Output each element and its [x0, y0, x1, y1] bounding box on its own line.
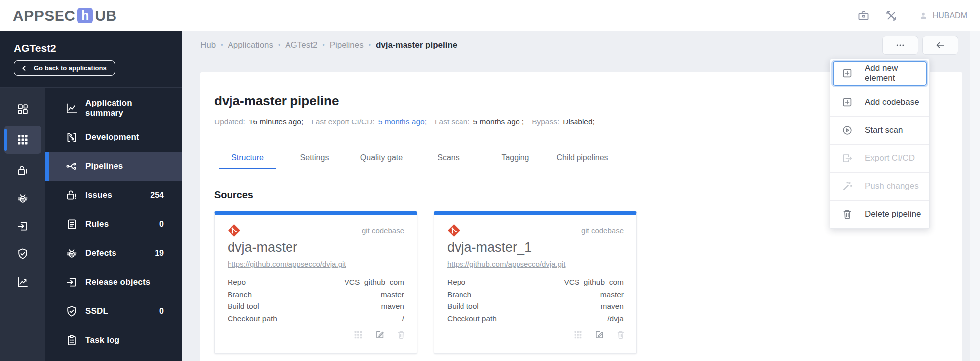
tab-structure[interactable]: Structure — [214, 153, 281, 169]
field-checkout-path: Checkout path /dvja — [447, 313, 624, 325]
tab-quality-gate[interactable]: Quality gate — [348, 153, 415, 169]
rail-chart-decline-icon[interactable] — [4, 268, 41, 296]
codebase-url-link[interactable]: https://github.com/appsecco/dvja.git — [447, 259, 565, 269]
rail-grid-icon[interactable] — [4, 126, 41, 154]
codebase-url-link[interactable]: https://github.com/appsecco/dvja.git — [228, 259, 346, 269]
shield-check-icon — [65, 305, 78, 318]
codebase-card-dvja-master: git codebase dvja-master https://github.… — [214, 211, 417, 354]
pipeline-actions-menu: Add new element Add codebase Start scan … — [830, 59, 930, 229]
rules-count-badge: 0 — [159, 220, 164, 229]
line-chart-icon — [65, 102, 78, 115]
menu-item-add-codebase[interactable]: Add codebase — [830, 88, 929, 117]
card-actions — [353, 329, 406, 340]
play-circle-icon — [841, 124, 853, 136]
card-actions — [573, 329, 626, 340]
breadcrumb-applications[interactable]: Applications — [228, 40, 273, 50]
sources-cards: git codebase dvja-master https://github.… — [214, 211, 942, 354]
more-actions-button[interactable] — [882, 36, 918, 55]
meta-updated: Updated: 16 minutes ago; — [214, 117, 303, 127]
chevron-left-icon — [21, 65, 28, 72]
tab-scans[interactable]: Scans — [415, 153, 482, 169]
header-actions: HUBADM — [857, 9, 967, 22]
codebase-fields: Repo VCS_github_com Branch master Build … — [228, 276, 404, 325]
logo-text-post: UB — [95, 7, 116, 24]
lock-alert-icon — [65, 189, 78, 202]
sidebar-item-application-summary[interactable]: Application summary — [45, 94, 182, 123]
trash-icon — [841, 208, 853, 220]
breadcrumb-separator: • — [221, 42, 223, 49]
codebase-type-label: git codebase — [362, 226, 404, 235]
field-build-tool: Build tool maven — [447, 301, 624, 313]
sidebar-item-task-log[interactable]: Task log — [45, 326, 182, 355]
bug-icon — [65, 247, 78, 260]
field-branch: Branch master — [228, 289, 404, 301]
trash-icon — [616, 330, 626, 340]
rail-bug-icon[interactable] — [4, 184, 41, 212]
breadcrumb-agtest2[interactable]: AGTest2 — [285, 40, 317, 50]
export-icon — [841, 152, 853, 164]
magic-wand-icon — [841, 180, 853, 192]
top-header: APPSEC h UB HUBADM — [0, 0, 980, 31]
field-repo: Repo VCS_github_com — [447, 276, 624, 289]
focused-menu-item-wrapper: Add new element — [833, 61, 927, 86]
username: HUBADM — [933, 11, 967, 20]
field-build-tool: Build tool maven — [228, 301, 404, 313]
plus-square-icon — [841, 67, 853, 79]
plus-square-icon — [841, 96, 853, 108]
issues-count-badge: 254 — [150, 191, 164, 200]
back-button[interactable] — [922, 36, 958, 55]
rail-lock-alert-icon[interactable] — [4, 157, 41, 184]
edit-icon[interactable] — [594, 329, 605, 340]
git-icon — [228, 224, 241, 237]
tab-settings[interactable]: Settings — [281, 153, 348, 169]
sidebar-item-rules[interactable]: Rules 0 — [45, 210, 182, 239]
scrollbar-track[interactable] — [970, 31, 980, 361]
breadcrumb-current: dvja-master pipeline — [376, 40, 457, 50]
codebase-title: dvja-master_1 — [447, 240, 624, 255]
rail-shield-check-icon[interactable] — [4, 240, 41, 268]
tab-child-pipelines[interactable]: Child pipelines — [549, 153, 616, 169]
menu-item-delete-pipeline[interactable]: Delete pipeline — [830, 200, 929, 229]
arrow-left-icon — [935, 40, 946, 51]
sidebar-item-defects[interactable]: Defects 19 — [45, 239, 182, 268]
sidebar-item-pipelines[interactable]: Pipelines — [45, 152, 182, 181]
breadcrumb-bar: Hub • Applications • AGTest2 • Pipelines… — [182, 31, 980, 59]
briefcase-icon[interactable] — [857, 9, 870, 22]
sidebar-app-header: AGTest2 Go back to applications — [0, 31, 182, 88]
menu-item-start-scan[interactable]: Start scan — [830, 116, 929, 144]
logo-text-pre: APPSEC — [13, 7, 75, 24]
meta-last-export: Last export CI/CD: 5 months ago; — [311, 117, 427, 127]
user-icon — [919, 11, 928, 21]
sidebar-item-release-objects[interactable]: Release objects — [45, 268, 182, 297]
rail-release-icon[interactable] — [4, 212, 41, 240]
go-back-to-applications-button[interactable]: Go back to applications — [14, 60, 115, 76]
ssdl-count-badge: 0 — [159, 307, 164, 316]
breadcrumb-hub[interactable]: Hub — [200, 40, 216, 50]
tab-tagging[interactable]: Tagging — [482, 153, 549, 169]
app-logo: APPSEC h UB — [13, 7, 117, 24]
edit-icon[interactable] — [374, 329, 385, 340]
grid-icon — [573, 330, 583, 340]
page-actions — [882, 36, 958, 55]
tools-icon[interactable] — [885, 9, 898, 22]
logo-h-block: h — [77, 8, 93, 23]
codebase-fields: Repo VCS_github_com Branch master Build … — [447, 276, 624, 325]
field-repo: Repo VCS_github_com — [228, 276, 404, 289]
breadcrumb-pipelines[interactable]: Pipelines — [330, 40, 364, 50]
application-name: AGTest2 — [14, 42, 169, 54]
rail-dashboard-icon[interactable] — [4, 95, 41, 123]
breadcrumb: Hub • Applications • AGTest2 • Pipelines… — [200, 40, 457, 50]
menu-item-add-new-element[interactable]: Add new element — [834, 62, 926, 85]
sidebar-item-development[interactable]: Development — [45, 123, 182, 152]
last-export-link[interactable]: 5 months ago; — [378, 117, 427, 127]
task-log-icon — [65, 334, 78, 347]
codebase-card-dvja-master-1: git codebase dvja-master_1 https://githu… — [434, 211, 637, 354]
sidebar: AGTest2 Go back to applications — [0, 31, 182, 361]
sidebar-item-issues[interactable]: Issues 254 — [45, 181, 182, 210]
field-branch: Branch master — [447, 289, 624, 301]
user-menu[interactable]: HUBADM — [919, 11, 967, 21]
rules-icon — [65, 218, 78, 231]
codebase-title: dvja-master — [228, 240, 404, 255]
sidebar-item-ssdl[interactable]: SSDL 0 — [45, 297, 182, 326]
breadcrumb-separator: • — [278, 42, 280, 49]
